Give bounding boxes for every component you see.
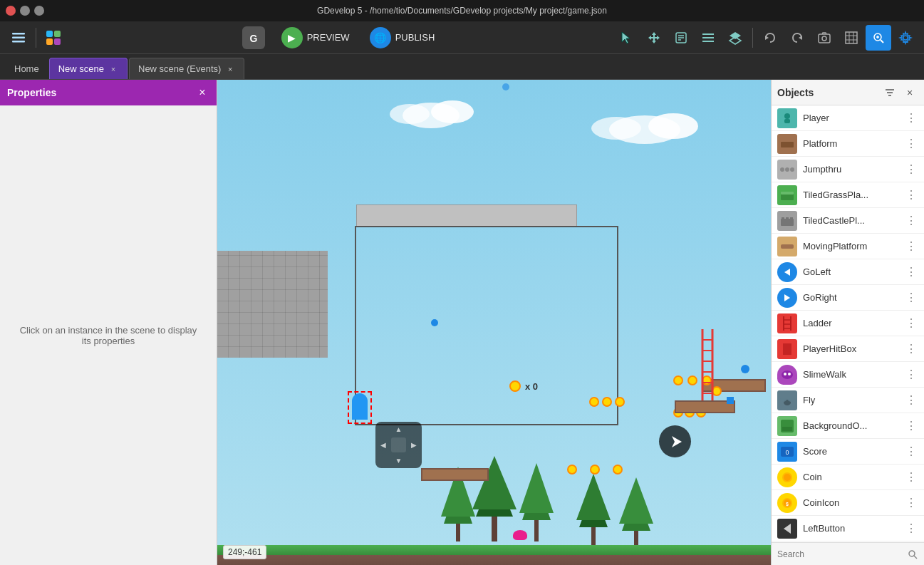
maximize-button[interactable] bbox=[34, 6, 44, 16]
jumpthru-menu-button[interactable]: ⋮ bbox=[904, 162, 918, 177]
publish-button[interactable]: 🌐 PUBLISH bbox=[364, 24, 441, 51]
dpad-up[interactable]: ▲ bbox=[391, 422, 407, 437]
svg-point-93 bbox=[788, 398, 795, 402]
layers-button[interactable] bbox=[722, 25, 748, 51]
svg-marker-55 bbox=[619, 477, 653, 524]
trees-right-svg bbox=[573, 445, 680, 545]
canvas-area[interactable]: x 0 ▲ ◀ ▶ ▼ bbox=[217, 80, 771, 565]
svg-point-88 bbox=[782, 370, 793, 379]
jump-button[interactable] bbox=[659, 425, 691, 457]
playerhitbox-menu-button[interactable]: ⋮ bbox=[904, 342, 918, 356]
score-name: Score bbox=[803, 446, 898, 457]
object-item-goleft[interactable]: GoLeft ⋮ bbox=[772, 259, 924, 285]
object-item-jumpthru[interactable]: Jumpthru ⋮ bbox=[772, 157, 924, 182]
dpad-empty-bl bbox=[375, 452, 391, 468]
ladder-menu-button[interactable]: ⋮ bbox=[904, 316, 918, 331]
score-menu-button[interactable]: ⋮ bbox=[904, 445, 918, 459]
object-item-movingplatform[interactable]: MovingPlatform ⋮ bbox=[772, 234, 924, 259]
ladder-sprite-icon bbox=[782, 316, 793, 331]
svg-marker-20 bbox=[765, 36, 769, 40]
ladder-name: Ladder bbox=[803, 318, 898, 328]
filter-icon bbox=[884, 87, 896, 98]
select-tool-button[interactable] bbox=[614, 25, 640, 51]
dpad-down[interactable]: ▼ bbox=[391, 452, 407, 468]
gd-logo-button[interactable]: G bbox=[240, 24, 267, 51]
background-menu-button[interactable]: ⋮ bbox=[904, 419, 918, 433]
dpad-right[interactable]: ▶ bbox=[406, 437, 422, 453]
player-menu-button[interactable]: ⋮ bbox=[904, 111, 918, 125]
playerhitbox-sprite-icon bbox=[782, 342, 793, 356]
svg-point-89 bbox=[784, 373, 787, 375]
object-item-slimewalk[interactable]: SlimeWalk ⋮ bbox=[772, 362, 924, 388]
object-item-goright[interactable]: GoRight ⋮ bbox=[772, 285, 924, 311]
object-item-background[interactable]: BackgroundO... ⋮ bbox=[772, 413, 924, 439]
grid-icon bbox=[844, 31, 858, 45]
screenshot-button[interactable] bbox=[811, 25, 837, 51]
objects-panel: Objects × bbox=[771, 80, 924, 565]
dpad-control[interactable]: ▲ ◀ ▶ ▼ bbox=[375, 422, 422, 468]
object-item-ladder[interactable]: Ladder ⋮ bbox=[772, 311, 924, 336]
coinicon-menu-button[interactable]: ⋮ bbox=[904, 496, 918, 510]
objects-close-button[interactable]: × bbox=[901, 84, 918, 101]
grid-list-button[interactable] bbox=[695, 25, 721, 51]
home-tab[interactable]: Home bbox=[6, 58, 48, 79]
dpad-empty-tr bbox=[406, 422, 422, 437]
object-item-coin[interactable]: Coin ⋮ bbox=[772, 465, 924, 490]
fly-menu-button[interactable]: ⋮ bbox=[904, 393, 918, 408]
tiledgrass-menu-button[interactable]: ⋮ bbox=[904, 188, 918, 202]
tiledcastle-menu-button[interactable]: ⋮ bbox=[904, 214, 918, 228]
edit-button[interactable] bbox=[668, 25, 694, 51]
scene-canvas[interactable]: x 0 ▲ ◀ ▶ ▼ bbox=[217, 80, 771, 565]
dpad-left[interactable]: ◀ bbox=[375, 437, 391, 453]
object-item-tiledgrass[interactable]: TiledGrassPla... ⋮ bbox=[772, 182, 924, 208]
svg-rect-76 bbox=[782, 217, 784, 220]
properties-close-button[interactable]: × bbox=[195, 85, 209, 100]
slimewalk-menu-button[interactable]: ⋮ bbox=[904, 368, 918, 382]
coin-menu-button[interactable]: ⋮ bbox=[904, 470, 918, 484]
scene-tab-close[interactable]: × bbox=[108, 64, 118, 74]
zoom-icon bbox=[871, 31, 886, 45]
object-item-playerhitbox[interactable]: PlayerHitBox ⋮ bbox=[772, 336, 924, 362]
svg-marker-49 bbox=[519, 463, 554, 513]
close-button[interactable] bbox=[6, 6, 16, 16]
properties-content: Click on an instance in the scene to dis… bbox=[0, 105, 217, 565]
redo-button[interactable] bbox=[784, 25, 810, 51]
player-instance[interactable] bbox=[350, 393, 370, 422]
object-item-tiledcastle[interactable]: TiledCastlePl... ⋮ bbox=[772, 208, 924, 234]
goright-sprite-icon bbox=[782, 292, 793, 304]
platform-menu-button[interactable]: ⋮ bbox=[904, 137, 918, 151]
events-tab-close[interactable]: × bbox=[225, 64, 235, 74]
object-item-coinicon[interactable]: $ CoinIcon ⋮ bbox=[772, 490, 924, 516]
search-input[interactable] bbox=[777, 549, 903, 559]
menu-button[interactable] bbox=[6, 25, 31, 51]
events-editor-button[interactable] bbox=[41, 25, 66, 51]
goright-menu-button[interactable]: ⋮ bbox=[904, 291, 918, 305]
properties-title: Properties bbox=[7, 87, 56, 98]
svg-point-71 bbox=[785, 167, 789, 172]
gray-block-left bbox=[217, 251, 328, 358]
properties-header: Properties × bbox=[0, 80, 217, 105]
minimize-button[interactable] bbox=[20, 6, 30, 16]
preview-button[interactable]: ▶ PREVIEW bbox=[276, 24, 355, 51]
move-tool-button[interactable] bbox=[641, 25, 667, 51]
object-item-platform[interactable]: Platform ⋮ bbox=[772, 131, 924, 157]
movingplatform-menu-button[interactable]: ⋮ bbox=[904, 239, 918, 254]
filter-button[interactable] bbox=[881, 84, 898, 101]
scene-tab[interactable]: New scene × bbox=[49, 58, 128, 79]
goleft-menu-button[interactable]: ⋮ bbox=[904, 265, 918, 279]
svg-marker-42 bbox=[444, 481, 472, 524]
events-tab[interactable]: New scene (Events) × bbox=[129, 58, 244, 79]
leftbutton-menu-button[interactable]: ⋮ bbox=[904, 522, 918, 536]
movingplatform-icon bbox=[777, 237, 797, 256]
undo-button[interactable] bbox=[757, 25, 783, 51]
object-item-fly[interactable]: Fly ⋮ bbox=[772, 388, 924, 413]
object-item-player[interactable]: Player ⋮ bbox=[772, 105, 924, 131]
svg-rect-4 bbox=[54, 31, 61, 37]
object-item-score[interactable]: 0 Score ⋮ bbox=[772, 439, 924, 465]
zoom-button[interactable] bbox=[866, 25, 891, 51]
svg-rect-53 bbox=[634, 531, 638, 545]
coin-11 bbox=[567, 465, 577, 475]
object-item-leftbutton[interactable]: LeftButton ⋮ bbox=[772, 516, 924, 541]
grid-button[interactable] bbox=[839, 25, 864, 51]
settings-button[interactable] bbox=[893, 25, 918, 51]
